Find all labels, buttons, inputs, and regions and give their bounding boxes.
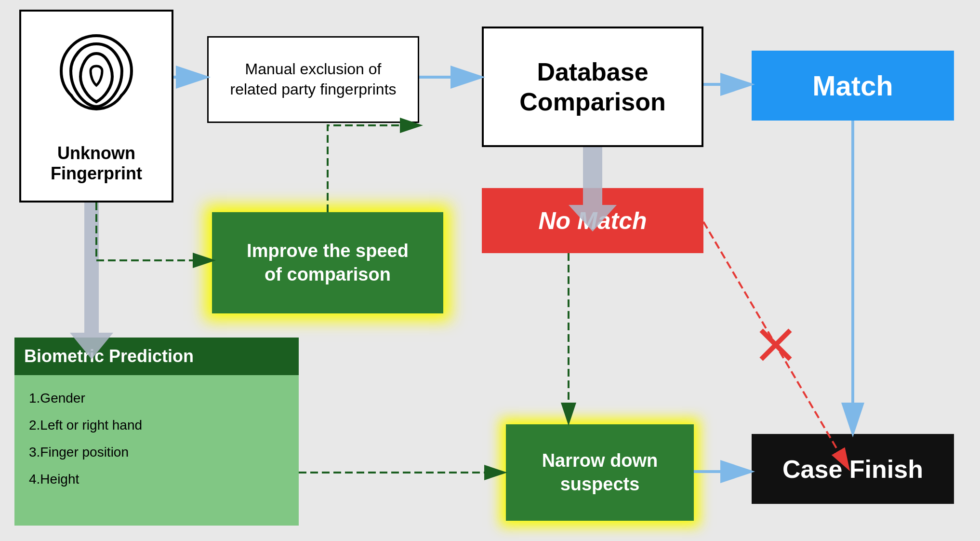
database-comparison-label: Database Comparison — [519, 57, 665, 117]
improve-speed-box: Improve the speed of comparison — [212, 212, 443, 313]
biometric-item-1: 1.Gender — [29, 385, 284, 412]
manual-exclusion-box: Manual exclusion of related party finger… — [207, 36, 419, 123]
no-match-box: No Match — [482, 188, 703, 253]
biometric-header: Biometric Prediction — [14, 338, 299, 375]
biometric-prediction-box: Biometric Prediction 1.Gender 2.Left or … — [14, 338, 299, 526]
database-comparison-box: Database Comparison — [482, 27, 703, 147]
biometric-item-3: 3.Finger position — [29, 439, 284, 466]
unknown-fingerprint-box: Unknown Fingerprint — [19, 10, 173, 203]
diagram: Unknown Fingerprint Manual exclusion of … — [0, 0, 980, 541]
svg-line-14 — [761, 330, 790, 359]
narrow-down-suspects-box: Narrow down suspects — [506, 424, 694, 521]
unknown-fingerprint-label: Unknown Fingerprint — [51, 143, 142, 184]
svg-line-13 — [761, 330, 790, 359]
svg-marker-10 — [70, 203, 113, 359]
case-finish-box: Case Finish — [752, 434, 954, 504]
biometric-item-4: 4.Height — [29, 466, 284, 493]
biometric-list: 1.Gender 2.Left or right hand 3.Finger p… — [14, 375, 299, 502]
case-finish-label: Case Finish — [782, 455, 923, 484]
fingerprint-icon — [48, 28, 145, 138]
narrow-down-label: Narrow down suspects — [542, 449, 658, 497]
no-match-label: No Match — [539, 207, 647, 235]
match-box: Match — [752, 51, 954, 121]
improve-speed-label: Improve the speed of comparison — [247, 239, 409, 287]
biometric-item-2: 2.Left or right hand — [29, 412, 284, 439]
manual-exclusion-label: Manual exclusion of related party finger… — [230, 59, 396, 99]
match-label: Match — [812, 69, 893, 102]
